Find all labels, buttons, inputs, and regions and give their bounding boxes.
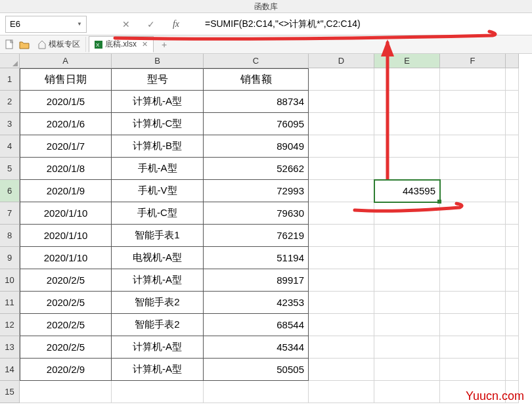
cell-d1[interactable] — [309, 68, 374, 91]
cell-g11[interactable] — [506, 292, 519, 314]
formula-input[interactable] — [201, 16, 527, 33]
name-box[interactable]: E6 ▼ — [5, 16, 87, 33]
cell-c2[interactable]: 88734 — [204, 91, 309, 113]
row-header-7[interactable]: 7 — [0, 202, 20, 225]
row-header-8[interactable]: 8 — [0, 225, 20, 247]
row-header-11[interactable]: 11 — [0, 292, 20, 314]
cell-f1[interactable] — [440, 68, 506, 91]
select-all-corner[interactable] — [0, 54, 20, 68]
col-header-a[interactable]: A — [20, 54, 112, 68]
cell-b7[interactable]: 手机-C型 — [112, 202, 204, 225]
cell-a5[interactable]: 2020/1/8 — [20, 158, 112, 180]
row-header-1[interactable]: 1 — [0, 68, 20, 91]
col-header-g[interactable] — [506, 54, 519, 68]
cell-e4[interactable] — [374, 135, 440, 158]
cell-f8[interactable] — [440, 225, 506, 247]
cell-g3[interactable] — [506, 113, 519, 135]
cell-f7[interactable] — [440, 202, 506, 225]
cell-g8[interactable] — [506, 225, 519, 247]
cell-f3[interactable] — [440, 113, 506, 135]
cancel-icon[interactable]: ✕ — [120, 18, 133, 31]
cell-c5[interactable]: 52662 — [204, 158, 309, 180]
cell-b3[interactable]: 计算机-C型 — [112, 113, 204, 135]
cell-a4[interactable]: 2020/1/7 — [20, 135, 112, 158]
row-header-13[interactable]: 13 — [0, 336, 20, 359]
cell-g13[interactable] — [506, 336, 519, 359]
cell-b4[interactable]: 计算机-B型 — [112, 135, 204, 158]
cell-b2[interactable]: 计算机-A型 — [112, 91, 204, 113]
cell-e3[interactable] — [374, 113, 440, 135]
cell-a11[interactable]: 2020/2/5 — [20, 292, 112, 314]
cell-b12[interactable]: 智能手表2 — [112, 314, 204, 336]
cell-g12[interactable] — [506, 314, 519, 336]
cell-b6[interactable]: 手机-V型 — [112, 180, 204, 202]
cell-g4[interactable] — [506, 135, 519, 158]
cell-g10[interactable] — [506, 269, 519, 292]
cell-a9[interactable]: 2020/1/10 — [20, 247, 112, 269]
cell-e12[interactable] — [374, 314, 440, 336]
row-header-3[interactable]: 3 — [0, 113, 20, 135]
cell-f5[interactable] — [440, 158, 506, 180]
cell-a12[interactable]: 2020/2/5 — [20, 314, 112, 336]
cell-b11[interactable]: 智能手表2 — [112, 292, 204, 314]
fill-handle[interactable] — [437, 200, 441, 204]
cell-c13[interactable]: 45344 — [204, 336, 309, 359]
row-header-2[interactable]: 2 — [0, 91, 20, 113]
tab-template-zone[interactable]: 模板专区 — [33, 37, 86, 52]
cell-g9[interactable] — [506, 247, 519, 269]
cell-g7[interactable] — [506, 202, 519, 225]
cell-f12[interactable] — [440, 314, 506, 336]
cell-d4[interactable] — [309, 135, 374, 158]
col-header-d[interactable]: D — [309, 54, 374, 68]
cell-f11[interactable] — [440, 292, 506, 314]
col-header-f[interactable]: F — [440, 54, 506, 68]
cell-f6[interactable] — [440, 180, 506, 202]
cell-f4[interactable] — [440, 135, 506, 158]
new-doc-icon[interactable] — [4, 39, 16, 51]
name-box-dropdown-icon[interactable]: ▼ — [77, 21, 82, 27]
cell-c15[interactable] — [204, 381, 309, 403]
cell-b10[interactable]: 计算机-A型 — [112, 269, 204, 292]
cell-e7[interactable] — [374, 202, 440, 225]
cell-e11[interactable] — [374, 292, 440, 314]
row-header-10[interactable]: 10 — [0, 269, 20, 292]
cell-e14[interactable] — [374, 359, 440, 381]
cell-d11[interactable] — [309, 292, 374, 314]
cell-f9[interactable] — [440, 247, 506, 269]
cell-d10[interactable] — [309, 269, 374, 292]
row-header-6[interactable]: 6 — [0, 180, 20, 202]
cell-e9[interactable] — [374, 247, 440, 269]
cell-f10[interactable] — [440, 269, 506, 292]
cell-b5[interactable]: 手机-A型 — [112, 158, 204, 180]
fx-icon[interactable]: fx — [169, 18, 183, 31]
cell-g2[interactable] — [506, 91, 519, 113]
close-tab-icon[interactable]: ✕ — [142, 40, 148, 49]
row-header-5[interactable]: 5 — [0, 158, 20, 180]
cell-e1[interactable] — [374, 68, 440, 91]
cell-e2[interactable] — [374, 91, 440, 113]
cell-e15[interactable] — [374, 381, 440, 403]
cell-f2[interactable] — [440, 91, 506, 113]
cell-a15[interactable] — [20, 381, 112, 403]
cell-c7[interactable]: 79630 — [204, 202, 309, 225]
cell-g14[interactable] — [506, 359, 519, 381]
tab-file[interactable]: X 底稿.xlsx ✕ — [89, 36, 154, 53]
cell-g6[interactable] — [506, 180, 519, 202]
cell-b1[interactable]: 型号 — [112, 68, 204, 91]
cell-d6[interactable] — [309, 180, 374, 202]
cell-d7[interactable] — [309, 202, 374, 225]
cell-b14[interactable]: 计算机-A型 — [112, 359, 204, 381]
cell-a1[interactable]: 销售日期 — [20, 68, 112, 91]
cell-e13[interactable] — [374, 336, 440, 359]
cell-c10[interactable]: 89917 — [204, 269, 309, 292]
open-folder-icon[interactable] — [18, 39, 30, 51]
cell-a3[interactable]: 2020/1/6 — [20, 113, 112, 135]
cell-c4[interactable]: 89049 — [204, 135, 309, 158]
cell-a2[interactable]: 2020/1/5 — [20, 91, 112, 113]
cell-d3[interactable] — [309, 113, 374, 135]
cell-c11[interactable]: 42353 — [204, 292, 309, 314]
enter-icon[interactable]: ✓ — [144, 18, 158, 31]
cell-e5[interactable] — [374, 158, 440, 180]
cell-e6[interactable]: 443595 — [374, 180, 440, 202]
cell-a8[interactable]: 2020/1/10 — [20, 225, 112, 247]
